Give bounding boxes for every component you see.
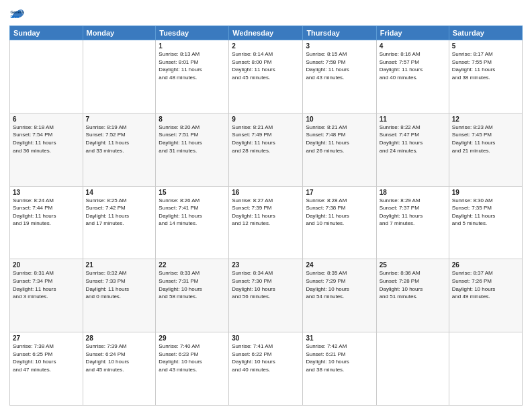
day-number: 27 <box>13 334 80 342</box>
calendar-cell: 11Sunrise: 8:22 AM Sunset: 7:47 PM Dayli… <box>376 113 449 186</box>
day-info: Sunrise: 8:31 AM Sunset: 7:34 PM Dayligh… <box>13 269 80 300</box>
calendar-cell: 7Sunrise: 8:19 AM Sunset: 7:52 PM Daylig… <box>83 113 156 186</box>
day-number: 12 <box>452 116 519 123</box>
calendar-table: SundayMondayTuesdayWednesdayThursdayFrid… <box>9 26 523 406</box>
day-number: 6 <box>13 116 80 123</box>
calendar-cell <box>10 40 83 113</box>
day-number: 4 <box>380 42 446 50</box>
day-info: Sunrise: 8:33 AM Sunset: 7:31 PM Dayligh… <box>159 269 226 300</box>
day-number: 22 <box>159 261 226 269</box>
day-info: Sunrise: 7:42 AM Sunset: 6:21 PM Dayligh… <box>306 342 373 373</box>
calendar-cell: 13Sunrise: 8:24 AM Sunset: 7:44 PM Dayli… <box>10 186 83 259</box>
day-header-thursday: Thursday <box>303 26 376 40</box>
calendar-cell: 29Sunrise: 7:40 AM Sunset: 6:23 PM Dayli… <box>156 332 229 406</box>
calendar-cell: 12Sunrise: 8:23 AM Sunset: 7:45 PM Dayli… <box>449 113 522 186</box>
day-info: Sunrise: 8:36 AM Sunset: 7:28 PM Dayligh… <box>380 269 446 300</box>
day-info: Sunrise: 8:32 AM Sunset: 7:33 PM Dayligh… <box>86 269 153 300</box>
calendar-week-row: 6Sunrise: 8:18 AM Sunset: 7:54 PM Daylig… <box>10 113 523 186</box>
day-info: Sunrise: 7:39 AM Sunset: 6:24 PM Dayligh… <box>86 342 153 373</box>
day-info: Sunrise: 8:26 AM Sunset: 7:41 PM Dayligh… <box>159 197 226 228</box>
day-number: 19 <box>452 189 519 196</box>
day-info: Sunrise: 8:16 AM Sunset: 7:57 PM Dayligh… <box>380 50 446 81</box>
calendar-cell <box>376 332 449 406</box>
day-info: Sunrise: 8:35 AM Sunset: 7:29 PM Dayligh… <box>306 269 373 300</box>
calendar-cell <box>449 332 522 406</box>
day-info: Sunrise: 8:34 AM Sunset: 7:30 PM Dayligh… <box>232 269 300 300</box>
calendar-cell: 10Sunrise: 8:21 AM Sunset: 7:48 PM Dayli… <box>303 113 376 186</box>
calendar-cell: 24Sunrise: 8:35 AM Sunset: 7:29 PM Dayli… <box>303 259 376 332</box>
day-info: Sunrise: 8:27 AM Sunset: 7:39 PM Dayligh… <box>232 197 300 228</box>
calendar-cell <box>83 40 156 113</box>
day-info: Sunrise: 8:24 AM Sunset: 7:44 PM Dayligh… <box>13 197 80 228</box>
day-number: 8 <box>159 116 226 123</box>
calendar-cell: 8Sunrise: 8:20 AM Sunset: 7:51 PM Daylig… <box>156 113 229 186</box>
day-number: 10 <box>306 116 373 123</box>
calendar-cell: 6Sunrise: 8:18 AM Sunset: 7:54 PM Daylig… <box>10 113 83 186</box>
day-info: Sunrise: 8:37 AM Sunset: 7:26 PM Dayligh… <box>452 269 519 300</box>
calendar-cell: 19Sunrise: 8:30 AM Sunset: 7:35 PM Dayli… <box>449 186 522 259</box>
calendar-header-row: SundayMondayTuesdayWednesdayThursdayFrid… <box>10 26 523 40</box>
day-number: 31 <box>306 334 373 342</box>
calendar-week-row: 13Sunrise: 8:24 AM Sunset: 7:44 PM Dayli… <box>10 186 523 259</box>
day-number: 23 <box>232 261 300 269</box>
day-number: 16 <box>232 189 300 196</box>
day-info: Sunrise: 8:21 AM Sunset: 7:49 PM Dayligh… <box>232 124 300 154</box>
day-number: 17 <box>306 189 373 196</box>
calendar-cell: 27Sunrise: 7:38 AM Sunset: 6:25 PM Dayli… <box>10 332 83 406</box>
day-info: Sunrise: 8:19 AM Sunset: 7:52 PM Dayligh… <box>86 124 153 154</box>
day-info: Sunrise: 8:21 AM Sunset: 7:48 PM Dayligh… <box>306 124 373 154</box>
svg-text:Blue: Blue <box>10 15 19 19</box>
day-info: Sunrise: 8:30 AM Sunset: 7:35 PM Dayligh… <box>452 197 519 228</box>
logo-icon: General Blue <box>9 7 24 21</box>
calendar-week-row: 20Sunrise: 8:31 AM Sunset: 7:34 PM Dayli… <box>10 259 523 332</box>
day-number: 1 <box>159 42 226 50</box>
calendar-cell: 17Sunrise: 8:28 AM Sunset: 7:38 PM Dayli… <box>303 186 376 259</box>
day-info: Sunrise: 8:17 AM Sunset: 7:55 PM Dayligh… <box>452 50 519 81</box>
day-number: 21 <box>86 261 153 269</box>
calendar-cell: 20Sunrise: 8:31 AM Sunset: 7:34 PM Dayli… <box>10 259 83 332</box>
calendar-cell: 5Sunrise: 8:17 AM Sunset: 7:55 PM Daylig… <box>449 40 522 113</box>
day-number: 18 <box>380 189 446 196</box>
day-number: 24 <box>306 261 373 269</box>
day-header-monday: Monday <box>83 26 156 40</box>
day-info: Sunrise: 8:28 AM Sunset: 7:38 PM Dayligh… <box>306 197 373 228</box>
day-header-sunday: Sunday <box>10 26 83 40</box>
day-header-wednesday: Wednesday <box>229 26 303 40</box>
calendar-cell: 3Sunrise: 8:15 AM Sunset: 7:58 PM Daylig… <box>303 40 376 113</box>
logo: General Blue <box>9 7 26 21</box>
day-header-saturday: Saturday <box>449 26 522 40</box>
day-info: Sunrise: 7:38 AM Sunset: 6:25 PM Dayligh… <box>13 342 80 373</box>
calendar-cell: 21Sunrise: 8:32 AM Sunset: 7:33 PM Dayli… <box>83 259 156 332</box>
header: General Blue <box>9 7 523 21</box>
calendar-cell: 2Sunrise: 8:14 AM Sunset: 8:00 PM Daylig… <box>229 40 303 113</box>
day-info: Sunrise: 8:23 AM Sunset: 7:45 PM Dayligh… <box>452 124 519 154</box>
day-number: 2 <box>232 42 300 50</box>
calendar-cell: 31Sunrise: 7:42 AM Sunset: 6:21 PM Dayli… <box>303 332 376 406</box>
day-info: Sunrise: 8:14 AM Sunset: 8:00 PM Dayligh… <box>232 50 300 81</box>
calendar-cell: 16Sunrise: 8:27 AM Sunset: 7:39 PM Dayli… <box>229 186 303 259</box>
day-number: 29 <box>159 334 226 342</box>
day-info: Sunrise: 8:20 AM Sunset: 7:51 PM Dayligh… <box>159 124 226 154</box>
calendar-week-row: 1Sunrise: 8:13 AM Sunset: 8:01 PM Daylig… <box>10 40 523 113</box>
calendar-cell: 14Sunrise: 8:25 AM Sunset: 7:42 PM Dayli… <box>83 186 156 259</box>
page: General Blue SundayMondayTuesdayWednesda… <box>0 0 532 411</box>
calendar-cell: 28Sunrise: 7:39 AM Sunset: 6:24 PM Dayli… <box>83 332 156 406</box>
day-info: Sunrise: 7:40 AM Sunset: 6:23 PM Dayligh… <box>159 342 226 373</box>
calendar-cell: 25Sunrise: 8:36 AM Sunset: 7:28 PM Dayli… <box>376 259 449 332</box>
svg-text:General: General <box>10 10 24 14</box>
day-info: Sunrise: 8:22 AM Sunset: 7:47 PM Dayligh… <box>380 124 446 154</box>
day-info: Sunrise: 8:29 AM Sunset: 7:37 PM Dayligh… <box>380 197 446 228</box>
calendar-cell: 1Sunrise: 8:13 AM Sunset: 8:01 PM Daylig… <box>156 40 229 113</box>
day-info: Sunrise: 8:25 AM Sunset: 7:42 PM Dayligh… <box>86 197 153 228</box>
calendar-cell: 26Sunrise: 8:37 AM Sunset: 7:26 PM Dayli… <box>449 259 522 332</box>
day-number: 11 <box>380 116 446 123</box>
day-number: 28 <box>86 334 153 342</box>
calendar-cell: 4Sunrise: 8:16 AM Sunset: 7:57 PM Daylig… <box>376 40 449 113</box>
day-number: 30 <box>232 334 300 342</box>
calendar-cell: 30Sunrise: 7:41 AM Sunset: 6:22 PM Dayli… <box>229 332 303 406</box>
day-header-tuesday: Tuesday <box>156 26 229 40</box>
day-number: 25 <box>380 261 446 269</box>
day-number: 15 <box>159 189 226 196</box>
calendar-cell: 15Sunrise: 8:26 AM Sunset: 7:41 PM Dayli… <box>156 186 229 259</box>
day-info: Sunrise: 8:18 AM Sunset: 7:54 PM Dayligh… <box>13 124 80 154</box>
